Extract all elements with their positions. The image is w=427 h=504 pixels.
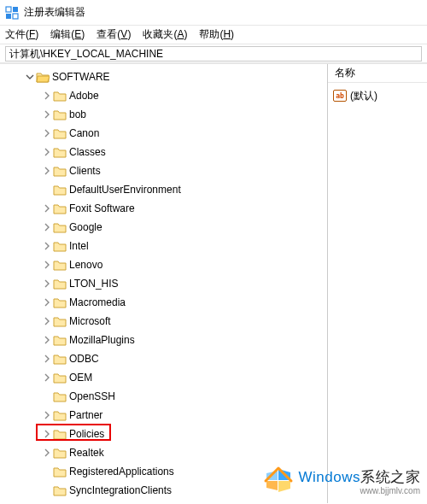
menu-favorites[interactable]: 收藏夹(A) [143, 27, 187, 42]
tree-item[interactable]: ODBC [2, 349, 327, 368]
menu-edit[interactable]: 编辑(E) [50, 27, 85, 42]
menu-file[interactable]: 文件(F) [5, 27, 38, 42]
folder-icon [53, 428, 67, 440]
tree-item[interactable]: Policies [2, 425, 327, 443]
tree-label: Classes [69, 146, 106, 158]
folder-icon [53, 484, 67, 496]
tree-item[interactable]: Classes [2, 143, 327, 161]
folder-icon [53, 315, 67, 327]
expand-arrow-icon[interactable] [41, 353, 53, 365]
folder-icon [53, 90, 67, 102]
tree-label: Macromedia [69, 296, 126, 308]
expand-arrow-icon[interactable] [41, 165, 53, 177]
expand-arrow-icon[interactable] [41, 146, 53, 158]
tree-label: OEM [69, 372, 92, 384]
tree-item[interactable]: Intel [2, 237, 327, 255]
arrow-placeholder [41, 184, 53, 196]
tree-item[interactable]: Realtek [2, 443, 327, 462]
tree-label: LTON_HIS [69, 278, 119, 290]
tree-item[interactable]: Canon [2, 124, 327, 143]
tree-label: SOFTWARE [52, 71, 110, 83]
tree-item[interactable]: RegisteredApplications [2, 462, 327, 481]
expand-arrow-icon[interactable] [41, 240, 53, 252]
arrow-placeholder [41, 390, 53, 402]
folder-icon [53, 184, 67, 196]
menu-view[interactable]: 查看(V) [97, 27, 131, 42]
tree-item[interactable]: MozillaPlugins [2, 331, 327, 349]
menu-help[interactable]: 帮助(H) [199, 27, 234, 42]
folder-icon [53, 278, 67, 290]
expand-arrow-icon[interactable] [41, 108, 53, 120]
title-bar: 注册表编辑器 [0, 0, 427, 26]
content-split: SOFTWARE AdobebobCanonClassesClientsDefa… [0, 63, 427, 503]
tree-item[interactable]: Tencent [2, 500, 327, 503]
tree-label: Lenovo [69, 259, 102, 271]
tree-item[interactable]: Adobe [2, 86, 327, 105]
expand-arrow-icon[interactable] [41, 334, 53, 346]
folder-open-icon [36, 71, 50, 83]
folder-icon [53, 202, 67, 214]
folder-icon [53, 372, 67, 384]
tree-label: RegisteredApplications [69, 466, 174, 478]
expand-arrow-icon[interactable] [41, 90, 53, 102]
tree-item[interactable]: Clients [2, 161, 327, 180]
expand-arrow-icon[interactable] [41, 296, 53, 308]
tree-item[interactable]: Macromedia [2, 293, 327, 312]
tree-label: DefaultUserEnvironment [69, 184, 181, 196]
column-header-name[interactable]: 名称 [328, 64, 427, 83]
expand-arrow-icon[interactable] [41, 447, 53, 459]
tree-item[interactable]: LTON_HIS [2, 274, 327, 293]
window-title: 注册表编辑器 [24, 5, 85, 20]
folder-icon [53, 447, 67, 459]
svg-rect-1 [13, 7, 18, 12]
expand-arrow-icon[interactable] [41, 315, 53, 327]
folder-icon [53, 165, 67, 177]
tree-label: Policies [69, 428, 104, 440]
tree-label: Microsoft [69, 315, 111, 327]
tree-item[interactable]: Lenovo [2, 255, 327, 274]
arrow-placeholder [41, 484, 53, 496]
tree-label: Intel [69, 240, 89, 252]
expand-arrow-icon[interactable] [41, 202, 53, 214]
value-row-default[interactable]: ab (默认) [333, 88, 422, 103]
tree-label: OpenSSH [69, 390, 115, 402]
tree-label: Clients [69, 165, 101, 177]
menu-bar: 文件(F) 编辑(E) 查看(V) 收藏夹(A) 帮助(H) [0, 26, 427, 44]
expand-arrow-icon[interactable] [41, 127, 53, 139]
tree-label: Realtek [69, 447, 104, 459]
tree-pane[interactable]: SOFTWARE AdobebobCanonClassesClientsDefa… [0, 64, 328, 503]
folder-icon [53, 334, 67, 346]
tree-item[interactable]: Partner [2, 406, 327, 425]
tree-item[interactable]: Microsoft [2, 312, 327, 331]
folder-icon [53, 466, 67, 478]
expand-arrow-icon[interactable] [41, 278, 53, 290]
tree-item[interactable]: Google [2, 218, 327, 237]
expand-arrow-icon[interactable] [41, 259, 53, 271]
expand-arrow-icon[interactable] [41, 409, 53, 421]
tree-item-software[interactable]: SOFTWARE [2, 67, 327, 86]
expand-arrow-icon[interactable] [41, 372, 53, 384]
tree-item[interactable]: Foxit Software [2, 199, 327, 218]
folder-icon [53, 390, 67, 402]
address-input[interactable] [5, 46, 422, 62]
tree-label: bob [69, 108, 86, 120]
tree-item[interactable]: OpenSSH [2, 387, 327, 406]
folder-icon [53, 127, 67, 139]
expand-arrow-icon[interactable] [41, 221, 53, 233]
address-bar [0, 44, 427, 63]
string-value-icon: ab [333, 90, 347, 102]
tree-label: MozillaPlugins [69, 334, 135, 346]
folder-icon [53, 409, 67, 421]
tree-item[interactable]: OEM [2, 368, 327, 387]
folder-icon [53, 259, 67, 271]
expand-arrow-icon[interactable] [24, 71, 36, 83]
expand-arrow-icon[interactable] [41, 428, 53, 440]
tree-label: ODBC [69, 353, 99, 365]
tree-item[interactable]: DefaultUserEnvironment [2, 180, 327, 199]
tree-item[interactable]: SyncIntegrationClients [2, 481, 327, 500]
tree-label: Partner [69, 409, 102, 421]
tree-label: Canon [69, 127, 99, 139]
tree-item[interactable]: bob [2, 105, 327, 124]
value-name: (默认) [350, 89, 377, 103]
values-pane: 名称 ab (默认) [328, 64, 427, 503]
